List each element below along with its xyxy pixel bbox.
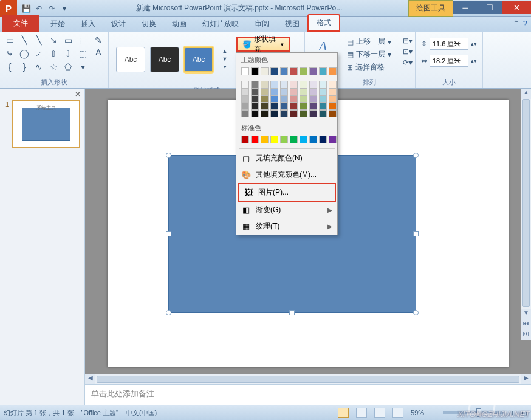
style-more-icon[interactable]: ▾ [221, 64, 229, 71]
qat-more-icon[interactable]: ▾ [59, 3, 70, 14]
no-fill-item[interactable]: ▢ 无填充颜色(N) [236, 150, 337, 167]
theme-colors-row[interactable] [236, 66, 337, 79]
color-swatch[interactable] [300, 136, 307, 143]
scroll-thumb[interactable] [522, 99, 530, 307]
color-swatch[interactable] [309, 95, 317, 103]
color-swatch[interactable] [270, 95, 278, 103]
color-swatch[interactable] [251, 67, 259, 75]
color-swatch[interactable] [319, 103, 327, 110]
color-swatch[interactable] [329, 88, 337, 95]
texture-item[interactable]: ▦ 纹理(T) ▶ [236, 218, 337, 235]
color-swatch[interactable] [241, 110, 249, 117]
color-swatch[interactable] [300, 103, 307, 110]
tab-design[interactable]: 设计 [103, 16, 134, 32]
color-swatch[interactable] [319, 81, 327, 88]
prev-slide-icon[interactable]: ⏮ [521, 320, 531, 330]
spinner-icon[interactable]: ▴▾ [471, 41, 477, 47]
scroll-up-icon[interactable]: ▲ [521, 89, 531, 99]
color-swatch[interactable] [251, 95, 259, 103]
shape-rect-icon[interactable]: ▭ [4, 35, 16, 46]
resize-handle-tr[interactable] [413, 153, 419, 158]
shape-freeform-icon[interactable]: ∿ [33, 61, 45, 72]
color-swatch[interactable] [261, 67, 269, 75]
color-swatch[interactable] [309, 110, 317, 117]
color-swatch[interactable] [251, 88, 259, 95]
align-button[interactable]: ⊟▾ [401, 36, 411, 46]
shape-line2-icon[interactable]: ╲ [33, 35, 45, 46]
color-swatch[interactable] [251, 81, 259, 88]
color-swatch[interactable] [241, 103, 249, 110]
color-swatch[interactable] [319, 67, 327, 75]
pane-close-icon[interactable]: ✕ [75, 90, 81, 98]
shape-uparrow-icon[interactable]: ⇧ [47, 48, 60, 59]
shape-oval-icon[interactable]: ◯ [18, 48, 30, 59]
shape-curve-icon[interactable]: ⟋ [33, 48, 45, 59]
resize-handle-tl[interactable] [166, 153, 171, 158]
color-swatch[interactable] [290, 136, 298, 143]
bring-forward-button[interactable]: ▤ 上移一层 ▾ [345, 36, 393, 47]
width-input[interactable] [430, 55, 468, 67]
color-swatch[interactable] [261, 103, 269, 110]
textbox-icon[interactable]: A [92, 47, 104, 58]
color-swatch[interactable] [280, 95, 288, 103]
color-swatch[interactable] [290, 103, 298, 110]
redo-icon[interactable]: ↷ [46, 3, 57, 14]
color-swatch[interactable] [300, 95, 307, 103]
style-preset-3[interactable]: Abc [184, 47, 213, 72]
shape-more2-icon[interactable]: ⬚ [77, 48, 89, 59]
shape-connector-icon[interactable]: ⤷ [4, 48, 16, 59]
color-swatch[interactable] [280, 110, 288, 117]
color-swatch[interactable] [270, 81, 278, 88]
shapes-gallery[interactable]: ▭ ╲ ╲ ↘ ▭ ⬚ ⤷ ◯ ⟋ ⇧ ⇩ ⬚ { } ∿ ☆ ⬠ ▾ [4, 35, 90, 74]
style-down-icon[interactable]: ▼ [221, 56, 229, 63]
scroll-right-icon[interactable]: ▶ [521, 374, 531, 385]
color-swatch[interactable] [280, 81, 288, 88]
color-swatch[interactable] [280, 136, 288, 143]
color-swatch[interactable] [309, 103, 317, 110]
selection-pane-button[interactable]: ⊞ 选择窗格 [345, 61, 393, 73]
tab-review[interactable]: 审阅 [247, 16, 277, 32]
language-status[interactable]: 中文(中国) [126, 408, 157, 418]
color-swatch[interactable] [319, 95, 327, 103]
color-swatch[interactable] [280, 103, 288, 110]
spinner-icon[interactable]: ▴▾ [471, 58, 477, 64]
minimize-button[interactable]: ─ [453, 1, 478, 14]
color-swatch[interactable] [251, 103, 259, 110]
next-slide-icon[interactable]: ⏭ [521, 330, 531, 340]
color-swatch[interactable] [261, 136, 269, 143]
shape-brace-icon[interactable]: { [4, 61, 16, 72]
color-swatch[interactable] [290, 88, 298, 95]
color-swatch[interactable] [309, 81, 317, 88]
color-swatch[interactable] [300, 88, 307, 95]
color-swatch[interactable] [309, 88, 317, 95]
color-swatch[interactable] [290, 95, 298, 103]
color-swatch[interactable] [329, 103, 337, 110]
more-colors-item[interactable]: 🎨 其他填充颜色(M)... [236, 167, 337, 183]
style-preset-2[interactable]: Abc [150, 47, 179, 72]
resize-handle-r[interactable] [413, 231, 419, 236]
shape-brace2-icon[interactable]: } [18, 61, 30, 72]
standard-colors-row[interactable] [236, 134, 337, 147]
tab-transitions[interactable]: 切换 [134, 16, 164, 32]
color-swatch[interactable] [280, 67, 288, 75]
color-swatch[interactable] [251, 110, 259, 117]
scroll-left-icon[interactable]: ◀ [85, 374, 95, 385]
color-swatch[interactable] [261, 95, 269, 103]
color-swatch[interactable] [319, 110, 327, 117]
shape-more1-icon[interactable]: ⬚ [77, 35, 89, 46]
help-icon[interactable]: ? [523, 19, 527, 28]
rotate-button[interactable]: ⟳▾ [401, 58, 411, 67]
zoom-out-icon[interactable]: − [431, 409, 435, 416]
reading-view-button[interactable] [374, 408, 385, 418]
color-swatch[interactable] [270, 67, 278, 75]
tab-home[interactable]: 开始 [43, 16, 73, 32]
slide-thumbnail[interactable]: 1 系统主页 [12, 100, 80, 148]
color-swatch[interactable] [241, 67, 249, 75]
resize-handle-br[interactable] [413, 310, 419, 315]
notes-pane[interactable]: 单击此处添加备注 [85, 384, 531, 405]
color-swatch[interactable] [270, 136, 278, 143]
shape-rect2-icon[interactable]: ▭ [62, 35, 74, 46]
close-button[interactable]: ✕ [502, 1, 531, 14]
scroll-down-icon[interactable]: ▼ [521, 309, 531, 320]
color-swatch[interactable] [309, 136, 317, 143]
